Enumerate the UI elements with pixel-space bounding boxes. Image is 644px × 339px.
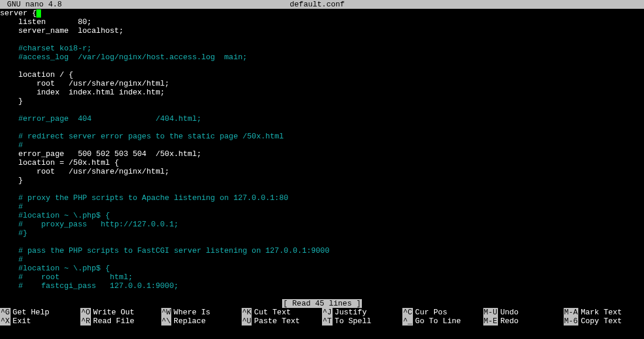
code-line[interactable]: # redirect server error pages to the sta… bbox=[0, 132, 644, 141]
shortcut-item[interactable]: ^RRead File bbox=[80, 317, 161, 326]
shortcut-item[interactable]: ^TTo Spell bbox=[322, 317, 402, 326]
shortcut-item[interactable]: M-AMark Text bbox=[564, 308, 644, 317]
code-line[interactable]: } bbox=[0, 176, 644, 185]
cursor bbox=[36, 9, 41, 18]
status-bar: [ Read 45 lines ] bbox=[0, 299, 644, 308]
code-line[interactable]: index index.html index.htm; bbox=[0, 88, 644, 97]
shortcut-label: Justify bbox=[335, 308, 367, 317]
code-line[interactable]: server { bbox=[0, 9, 644, 18]
code-line[interactable]: #location ~ \.php$ { bbox=[0, 264, 644, 273]
code-line[interactable]: # bbox=[0, 141, 644, 150]
shortcut-key: ^C bbox=[402, 308, 413, 317]
shortcut-label: Paste Text bbox=[254, 317, 300, 326]
code-line[interactable] bbox=[0, 123, 644, 132]
shortcut-label: Get Help bbox=[13, 308, 49, 317]
code-line[interactable]: } bbox=[0, 97, 644, 106]
shortcut-key: M-6 bbox=[564, 317, 578, 326]
shortcut-key: M-E bbox=[483, 317, 498, 326]
shortcut-label: Mark Text bbox=[581, 308, 622, 317]
shortcut-item[interactable]: ^CCur Pos bbox=[402, 308, 483, 317]
shortcut-label: Replace bbox=[174, 317, 206, 326]
code-line[interactable] bbox=[0, 62, 644, 70]
shortcut-item[interactable]: ^GGet Help bbox=[0, 308, 80, 317]
code-line[interactable]: root /usr/share/nginx/html; bbox=[0, 167, 644, 176]
status-message: [ Read 45 lines ] bbox=[282, 299, 362, 308]
shortcut-item[interactable]: M-6Copy Text bbox=[564, 317, 644, 326]
code-line[interactable]: # root html; bbox=[0, 273, 644, 282]
code-line[interactable] bbox=[0, 238, 644, 246]
shortcut-item[interactable]: ^OWrite Out bbox=[80, 308, 161, 317]
shortcut-item[interactable]: ^WWhere Is bbox=[161, 308, 242, 317]
shortcut-bar: ^GGet Help^OWrite Out^WWhere Is^KCut Tex… bbox=[0, 308, 644, 326]
shortcut-key: ^J bbox=[322, 308, 333, 317]
shortcut-key: ^W bbox=[161, 308, 172, 317]
code-line[interactable]: listen 80; bbox=[0, 18, 644, 26]
shortcut-key: ^K bbox=[242, 308, 252, 317]
code-line[interactable]: #error_page 404 /404.html; bbox=[0, 114, 644, 123]
shortcut-label: Copy Text bbox=[581, 317, 622, 326]
shortcut-key: M-A bbox=[564, 308, 578, 317]
editor-area[interactable]: server { listen 80; server_name localhos… bbox=[0, 9, 644, 290]
shortcut-label: Read File bbox=[93, 317, 134, 326]
code-line[interactable]: server_name localhost; bbox=[0, 26, 644, 35]
shortcut-key: ^U bbox=[242, 317, 252, 326]
shortcut-key: ^T bbox=[322, 317, 333, 326]
code-line[interactable]: # bbox=[0, 202, 644, 211]
code-line[interactable] bbox=[0, 35, 644, 44]
shortcut-item[interactable]: ^\Replace bbox=[161, 317, 242, 326]
shortcut-label: Where Is bbox=[174, 308, 210, 317]
shortcut-label: Cut Text bbox=[254, 308, 290, 317]
code-line[interactable]: root /usr/share/nginx/html; bbox=[0, 79, 644, 88]
code-line[interactable]: location / { bbox=[0, 70, 644, 79]
code-line[interactable]: #access_log /var/log/nginx/host.access.l… bbox=[0, 53, 644, 62]
code-line[interactable]: location = /50x.html { bbox=[0, 158, 644, 167]
code-line[interactable] bbox=[0, 185, 644, 194]
shortcut-key: ^_ bbox=[402, 317, 413, 326]
shortcut-label: Write Out bbox=[93, 308, 134, 317]
shortcut-item[interactable]: ^KCut Text bbox=[242, 308, 322, 317]
shortcut-item[interactable]: ^JJustify bbox=[322, 308, 402, 317]
code-line[interactable]: #charset koi8-r; bbox=[0, 44, 644, 53]
code-line[interactable]: #} bbox=[0, 229, 644, 238]
shortcut-key: ^\ bbox=[161, 317, 172, 326]
shortcut-item[interactable]: ^XExit bbox=[0, 317, 80, 326]
code-line[interactable]: error_page 500 502 503 504 /50x.html; bbox=[0, 150, 644, 158]
shortcut-key: ^O bbox=[80, 308, 91, 317]
code-line[interactable]: #location ~ \.php$ { bbox=[0, 211, 644, 220]
code-line[interactable] bbox=[0, 106, 644, 114]
code-line[interactable]: # fastcgi_pass 127.0.0.1:9000; bbox=[0, 282, 644, 290]
shortcut-label: Undo bbox=[500, 308, 518, 317]
shortcut-key: ^G bbox=[0, 308, 11, 317]
shortcut-key: ^X bbox=[0, 317, 11, 326]
code-line[interactable]: # proxy the PHP scripts to Apache listen… bbox=[0, 194, 644, 202]
shortcut-item[interactable]: M-UUndo bbox=[483, 308, 564, 317]
shortcut-label: Cur Pos bbox=[415, 308, 448, 317]
code-line[interactable]: # proxy_pass http://127.0.0.1; bbox=[0, 220, 644, 229]
code-line[interactable]: # bbox=[0, 255, 644, 264]
shortcut-label: Exit bbox=[13, 317, 31, 326]
shortcut-item[interactable]: M-ERedo bbox=[483, 317, 564, 326]
shortcut-label: To Spell bbox=[335, 317, 371, 326]
code-line[interactable]: # pass the PHP scripts to FastCGI server… bbox=[0, 246, 644, 255]
filename: default.conf bbox=[62, 0, 572, 9]
app-name: GNU nano 4.8 bbox=[1, 0, 62, 9]
shortcut-item[interactable]: ^_Go To Line bbox=[402, 317, 483, 326]
titlebar: GNU nano 4.8 default.conf bbox=[0, 0, 644, 9]
shortcut-label: Redo bbox=[500, 317, 518, 326]
shortcut-key: M-U bbox=[483, 308, 498, 317]
shortcut-key: ^R bbox=[80, 317, 91, 326]
shortcut-item[interactable]: ^UPaste Text bbox=[242, 317, 322, 326]
shortcut-label: Go To Line bbox=[415, 317, 461, 326]
